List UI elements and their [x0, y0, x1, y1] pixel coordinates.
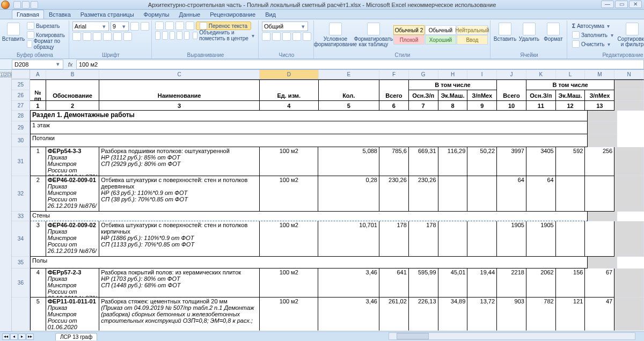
orientation-icon[interactable] [186, 21, 194, 30]
fx-icon[interactable]: fx [64, 61, 76, 68]
align-right-icon[interactable] [170, 31, 175, 40]
col-D[interactable]: D [260, 70, 319, 79]
sheet-tab-active[interactable]: ЛСР 13 граф [55, 333, 97, 340]
group-editing: ΣАвтосумма▾ Заполнить▾ Очистить▾ Сортиро… [568, 20, 644, 59]
increase-font-icon[interactable] [130, 22, 139, 31]
row-33[interactable]: 33 [12, 212, 30, 221]
font-color-icon[interactable] [123, 32, 132, 41]
minimize-button[interactable]: — [601, 1, 614, 8]
office-button[interactable] [1, 1, 10, 9]
col-M[interactable]: M [585, 70, 614, 79]
qat-undo-icon[interactable] [22, 1, 30, 9]
decrease-indent-icon[interactable] [177, 31, 182, 40]
style-bad[interactable]: Плохой [393, 35, 425, 45]
delete-cells-button[interactable]: Удалить [518, 21, 540, 48]
col-K[interactable]: K [526, 70, 556, 79]
autosum-button[interactable]: ΣАвтосумма▾ [570, 21, 616, 30]
merge-center-button[interactable]: Объединить и поместить в центре▾ [191, 31, 256, 40]
col-F[interactable]: F [379, 70, 409, 79]
font-size-input[interactable]: 9▾ [111, 21, 129, 31]
clear-button[interactable]: Очистить▾ [570, 40, 616, 48]
styles-gallery[interactable]: Обычный 2 Обычный Нейтральный Плохой Хор… [393, 25, 488, 45]
format-cells-button[interactable]: Формат [542, 21, 565, 48]
wrap-text-button[interactable]: Перенос текста [196, 21, 251, 30]
qat-save-icon[interactable] [13, 1, 21, 9]
row-26[interactable]: 26 [12, 90, 30, 101]
col-H[interactable]: H [438, 70, 468, 79]
style-good[interactable]: Хороший [425, 35, 456, 45]
style-normal2[interactable]: Обычный 2 [393, 25, 425, 35]
cut-button[interactable]: Вырезать [25, 21, 67, 30]
grid[interactable]: A B C D E F G H I J K L M N 25 [12, 70, 644, 331]
comma-icon[interactable] [282, 32, 291, 41]
col-N[interactable]: N [614, 70, 644, 79]
tab-insert[interactable]: Вставка [44, 10, 76, 19]
align-left-icon[interactable] [155, 31, 160, 40]
row-30[interactable]: 30 [12, 134, 30, 147]
currency-icon[interactable] [262, 32, 270, 41]
fill-color-icon[interactable] [113, 32, 122, 41]
col-C[interactable]: C [99, 70, 260, 79]
row-32[interactable]: 32 [12, 176, 30, 212]
name-box[interactable]: D208▾ [12, 60, 63, 69]
outline-bar[interactable]: 123 [0, 70, 12, 331]
number-format-select[interactable]: Общий▾ [262, 21, 308, 31]
insert-cells-button[interactable]: Вставить [494, 21, 516, 48]
decrease-decimal-icon[interactable] [303, 32, 311, 41]
sort-filter-button[interactable]: Сортировка и фильтр [618, 21, 644, 48]
tab-page-layout[interactable]: Разметка страницы [76, 10, 139, 19]
percent-icon[interactable] [272, 32, 281, 41]
group-label-editing: Редактирование [570, 52, 644, 59]
row-29[interactable]: 29 [12, 121, 30, 134]
row-28[interactable]: 28 [12, 111, 30, 121]
row-36[interactable]: 36 [12, 269, 30, 298]
restore-button[interactable]: ▭ [615, 1, 628, 8]
font-name-input[interactable]: Arial▾ [72, 21, 109, 31]
bold-icon[interactable] [72, 32, 81, 41]
window-title: Архитектурно-строительная часть - Полный… [148, 2, 496, 8]
style-input[interactable]: Ввод [457, 35, 488, 45]
tab-formulas[interactable]: Формулы [139, 10, 174, 19]
select-all-corner[interactable] [12, 70, 30, 79]
tab-view[interactable]: Вид [260, 10, 281, 19]
paste-button[interactable]: Вставить [3, 21, 24, 48]
align-top-icon[interactable] [155, 21, 164, 30]
align-middle-icon[interactable] [165, 21, 174, 30]
style-neutral[interactable]: Нейтральный [457, 25, 488, 35]
row-25[interactable]: 25 [12, 79, 30, 90]
col-A[interactable]: A [30, 70, 46, 79]
close-button[interactable]: ✕ [629, 1, 642, 8]
align-bottom-icon[interactable] [175, 21, 184, 30]
col-I[interactable]: I [467, 70, 497, 79]
col-B[interactable]: B [46, 70, 100, 79]
col-J[interactable]: J [497, 70, 526, 79]
row-27[interactable]: 27 [12, 101, 30, 111]
scissors-icon [27, 22, 34, 30]
tab-home[interactable]: Главная [12, 10, 44, 19]
formula-input[interactable]: 100 м2 [76, 60, 644, 69]
row-35[interactable]: 35 [12, 257, 30, 269]
col-L[interactable]: L [556, 70, 586, 79]
tab-data[interactable]: Данные [174, 10, 205, 19]
sheet-nav[interactable]: ◂◂◂▸▸▸ [2, 333, 34, 340]
row-37[interactable] [12, 298, 30, 331]
italic-icon[interactable] [83, 32, 91, 41]
increase-indent-icon[interactable] [184, 31, 189, 40]
row-31[interactable]: 31 [12, 147, 30, 176]
underline-icon[interactable] [93, 32, 101, 41]
fill-button[interactable]: Заполнить▾ [570, 31, 616, 39]
tab-review[interactable]: Рецензирование [205, 10, 260, 19]
qat-redo-icon[interactable] [31, 1, 38, 9]
border-icon[interactable] [103, 32, 112, 41]
col-E[interactable]: E [319, 70, 380, 79]
col-G[interactable]: G [409, 70, 438, 79]
increase-decimal-icon[interactable] [292, 32, 301, 41]
horizontal-scrollbar[interactable] [389, 332, 635, 340]
format-painter-button[interactable]: Формат по образцу [25, 40, 67, 48]
align-center-icon[interactable] [162, 31, 167, 40]
format-as-table-button[interactable]: Форматировать как таблицу [355, 21, 392, 48]
decrease-font-icon[interactable] [141, 22, 149, 31]
row-34[interactable]: 34 [12, 221, 30, 257]
conditional-formatting-button[interactable]: Условное форматирование [317, 21, 354, 48]
style-normal[interactable]: Обычный [425, 25, 456, 35]
